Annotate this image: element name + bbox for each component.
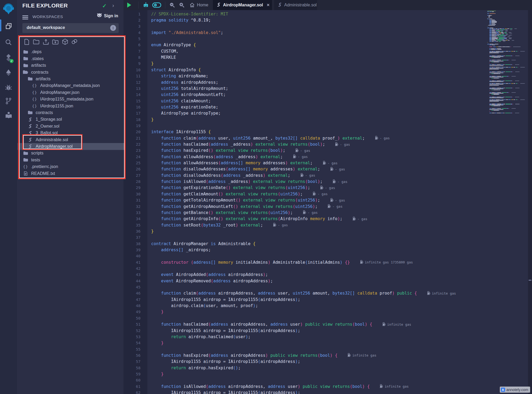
line-number[interactable]: 43 [123, 273, 147, 277]
tab-AirdropManager.sol[interactable]: AirdropManager.sol✕ [213, 0, 272, 10]
link-icon[interactable] [71, 39, 78, 45]
tree-item-.prettierrc.json[interactable]: {}.prettierrc.json [18, 164, 125, 170]
line-number[interactable]: 34 [123, 217, 147, 221]
line-number[interactable]: 13 [123, 86, 147, 91]
line-number[interactable]: 25 [123, 161, 147, 165]
line-number[interactable]: 54 [123, 341, 147, 345]
code-editor[interactable]: 1// SPDX-License-Identifier: MIT2pragma … [123, 10, 532, 394]
solidity-compiler-icon[interactable]: ✓ [0, 51, 17, 64]
tree-item-.deps[interactable]: .deps [18, 49, 125, 55]
new-folder-icon[interactable] [33, 39, 39, 45]
panel-collapse-icon[interactable]: › [112, 2, 114, 9]
line-number[interactable]: 3 [123, 24, 147, 28]
tree-item-contracts[interactable]: contracts [18, 69, 125, 76]
line-number[interactable]: 32 [123, 204, 147, 209]
line-number[interactable]: 36 [123, 229, 147, 233]
line-number[interactable]: 4 [123, 31, 147, 35]
tree-item-3_Ballot.sol[interactable]: 3_Ballot.sol [18, 130, 125, 136]
line-number[interactable]: 6 [123, 43, 147, 47]
file-explorer-icon[interactable] [0, 19, 17, 33]
remix-logo-icon[interactable] [0, 2, 17, 15]
line-number[interactable]: 16 [123, 105, 147, 109]
learneth-icon[interactable] [0, 108, 17, 122]
line-number[interactable]: 35 [123, 223, 147, 227]
line-number[interactable]: 58 [123, 366, 147, 370]
upload-folder-icon[interactable] [52, 39, 59, 45]
line-number[interactable]: 47 [123, 297, 147, 302]
line-number[interactable]: 19 [123, 124, 147, 128]
line-number[interactable]: 17 [123, 111, 147, 115]
cube-icon[interactable] [62, 39, 68, 45]
line-number[interactable]: 28 [123, 179, 147, 184]
line-number[interactable]: 41 [123, 260, 147, 265]
workspaces-menu-icon[interactable] [22, 15, 28, 20]
line-number[interactable]: 11 [123, 74, 147, 78]
line-number[interactable]: 44 [123, 279, 147, 283]
line-number[interactable]: 55 [123, 347, 147, 351]
run-script-button[interactable] [127, 0, 132, 10]
sign-in-button[interactable]: Sign in [97, 13, 118, 18]
line-number[interactable]: 7 [123, 49, 147, 53]
scrollbar-marker[interactable] [529, 280, 531, 281]
tree-item-artifacts[interactable]: artifacts [18, 62, 125, 69]
line-number[interactable]: 5 [123, 37, 147, 41]
tab-close-icon[interactable]: ✕ [266, 3, 270, 7]
remixai-robot-icon[interactable] [143, 0, 149, 10]
line-number[interactable]: 46 [123, 291, 147, 295]
debugger-icon[interactable] [0, 81, 17, 94]
line-number[interactable]: 9 [123, 61, 147, 66]
tab-Administrable.sol[interactable]: Administrable.sol [274, 0, 317, 10]
line-number[interactable]: 31 [123, 198, 147, 202]
git-icon[interactable] [0, 94, 17, 108]
line-number[interactable]: 8 [123, 55, 147, 60]
tree-item-tests[interactable]: tests [18, 157, 125, 163]
tree-item-2_Owner.sol[interactable]: 2_Owner.sol [18, 123, 125, 129]
line-number[interactable]: 56 [123, 353, 147, 358]
line-number[interactable]: 60 [123, 378, 147, 382]
line-number[interactable]: 61 [123, 384, 147, 389]
line-number[interactable]: 20 [123, 130, 147, 134]
tab-home[interactable]: Home [189, 0, 208, 10]
line-number[interactable]: 2 [123, 18, 147, 22]
line-number[interactable]: 23 [123, 148, 147, 153]
line-number[interactable]: 15 [123, 99, 147, 103]
tree-item-.states[interactable]: .states [18, 55, 125, 62]
line-number[interactable]: 45 [123, 285, 147, 289]
line-number[interactable]: 57 [123, 359, 147, 364]
line-number[interactable]: 49 [123, 310, 147, 314]
line-number[interactable]: 33 [123, 211, 147, 215]
tree-item-Administrable.sol[interactable]: Administrable.sol [18, 136, 125, 143]
line-number[interactable]: 62 [123, 391, 147, 394]
line-number[interactable]: 14 [123, 93, 147, 97]
zoom-out-icon[interactable] [169, 0, 175, 10]
zoom-in-icon[interactable] [179, 0, 185, 10]
tree-item-AirdropManager.sol[interactable]: AirdropManager.sol [18, 143, 125, 150]
line-number[interactable]: 39 [123, 248, 147, 252]
line-number[interactable]: 27 [123, 173, 147, 178]
line-number[interactable]: 51 [123, 322, 147, 326]
line-number[interactable]: 52 [123, 329, 147, 333]
tree-item-AirdropManager.json[interactable]: {}AirdropManager.json [18, 89, 125, 96]
line-number[interactable]: 10 [123, 68, 147, 72]
line-number[interactable]: 26 [123, 167, 147, 171]
line-number[interactable]: 50 [123, 316, 147, 320]
line-number[interactable]: 37 [123, 235, 147, 240]
deploy-run-icon[interactable] [0, 66, 17, 79]
tree-item-1_Storage.sol[interactable]: 1_Storage.sol [18, 116, 125, 123]
new-file-icon[interactable] [23, 39, 30, 45]
tree-item-clipped[interactable] [18, 177, 125, 179]
workspace-cycle-icon[interactable]: ▲▼ [110, 25, 116, 31]
tree-item-contracts[interactable]: contracts [18, 109, 125, 116]
minimap[interactable] [486, 11, 528, 114]
ai-copilot-toggle[interactable] [152, 0, 161, 10]
line-number[interactable]: 53 [123, 335, 147, 339]
line-number[interactable]: 42 [123, 266, 147, 271]
tree-item-scripts[interactable]: scripts [18, 150, 125, 157]
tree-item-artifacts[interactable]: artifacts [18, 76, 125, 82]
workspace-selector[interactable]: default_workspace ▲▼ [22, 23, 119, 33]
line-number[interactable]: 40 [123, 254, 147, 258]
line-number[interactable]: 48 [123, 304, 147, 308]
line-number[interactable]: 30 [123, 192, 147, 196]
search-icon[interactable] [0, 36, 17, 49]
upload-file-icon[interactable] [43, 39, 49, 45]
